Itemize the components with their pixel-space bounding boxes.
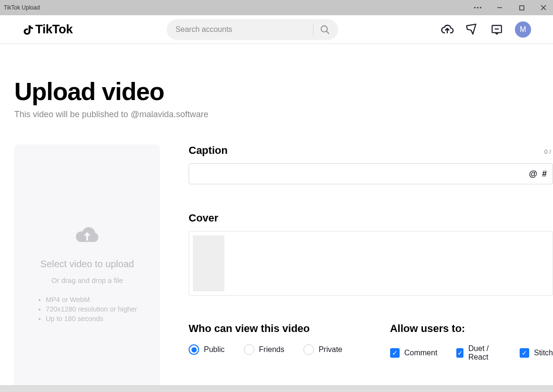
radio-icon[interactable] (189, 344, 199, 355)
cloud-upload-icon (74, 225, 100, 246)
checkbox-icon[interactable]: ✓ (520, 348, 529, 358)
radio-label: Friends (259, 345, 284, 354)
allow-check-group: ✓ Comment ✓ Duet / React ✓ Stitch (390, 344, 553, 362)
window-title: TikTok Upload (4, 4, 40, 11)
allow-option-duet[interactable]: ✓ Duet / React (456, 344, 501, 362)
privacy-option-friends[interactable]: Friends (244, 344, 284, 355)
cover-selector[interactable] (189, 231, 553, 296)
checkbox-label: Duet / React (468, 344, 501, 362)
privacy-option-private[interactable]: Private (303, 344, 342, 355)
send-icon[interactable] (465, 23, 479, 36)
cover-label: Cover (189, 212, 553, 224)
caption-box: @ # (189, 163, 553, 184)
privacy-radio-group: Public Friends Private (189, 344, 342, 355)
allow-label: Allow users to: (390, 322, 553, 335)
checkbox-label: Comment (404, 349, 437, 357)
tiktok-wordmark: TikTok (35, 22, 72, 37)
window-more-icon[interactable] (473, 3, 483, 12)
radio-label: Public (204, 345, 225, 354)
caption-input[interactable] (195, 170, 524, 178)
search-box[interactable] (167, 19, 338, 40)
svg-point-1 (477, 7, 478, 8)
search-divider (313, 23, 313, 36)
inbox-icon[interactable] (490, 23, 503, 36)
checkbox-icon[interactable]: ✓ (456, 348, 463, 358)
svg-rect-4 (520, 6, 524, 10)
dropzone-hint: Up to 180 seconds (46, 315, 137, 322)
dropzone-subtitle: Or drag and drop a file (51, 276, 123, 284)
dropzone-hints: MP4 or WebM 720x1280 resolution or highe… (37, 296, 137, 324)
main-content: Upload video This video will be publishe… (0, 44, 553, 392)
checkbox-label: Stitch (534, 349, 553, 357)
search-input[interactable] (175, 25, 309, 34)
privacy-option-public[interactable]: Public (189, 344, 225, 355)
svg-line-8 (327, 31, 329, 33)
video-dropzone[interactable]: Select video to upload Or drag and drop … (14, 144, 160, 390)
radio-label: Private (319, 345, 342, 354)
caption-count: 0 / (544, 148, 551, 155)
svg-point-2 (480, 7, 481, 8)
page-title: Upload video (14, 77, 553, 106)
window-maximize-icon[interactable] (517, 3, 526, 12)
dropzone-hint: 720x1280 resolution or higher (46, 305, 137, 313)
cover-thumbnail[interactable] (193, 235, 224, 291)
hashtag-button[interactable]: # (542, 169, 547, 179)
search-icon[interactable] (315, 20, 334, 39)
mention-button[interactable]: @ (529, 169, 537, 179)
window-minimize-icon[interactable] (495, 3, 504, 12)
page-subtitle: This video will be published to @malavid… (14, 110, 553, 120)
tiktok-note-icon (22, 23, 34, 36)
window-close-icon[interactable] (539, 3, 548, 12)
bottom-scrollbar[interactable] (0, 385, 553, 392)
radio-icon[interactable] (303, 344, 314, 355)
window-titlebar: TikTok Upload (0, 0, 553, 15)
privacy-label: Who can view this video (189, 322, 342, 335)
dropzone-hint: MP4 or WebM (46, 296, 137, 303)
dropzone-title: Select video to upload (40, 259, 134, 270)
avatar[interactable]: M (515, 21, 531, 38)
radio-icon[interactable] (244, 344, 254, 355)
avatar-initial: M (520, 25, 526, 34)
checkbox-icon[interactable]: ✓ (390, 348, 400, 358)
tiktok-logo[interactable]: TikTok (22, 22, 72, 37)
upload-cloud-icon[interactable] (441, 23, 454, 36)
allow-option-comment[interactable]: ✓ Comment (390, 344, 437, 362)
top-nav: TikTok M (0, 15, 553, 44)
svg-point-0 (474, 7, 475, 8)
caption-label: Caption (189, 144, 228, 157)
allow-option-stitch[interactable]: ✓ Stitch (520, 344, 553, 362)
